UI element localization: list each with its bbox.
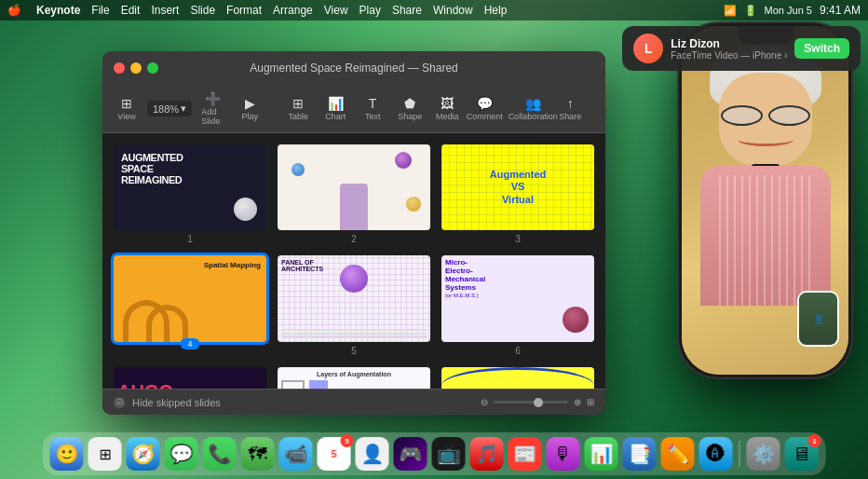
facetime-screen: 👤 9:41 — [682, 26, 848, 375]
dock-icon-tv[interactable]: 📺 — [432, 437, 466, 471]
toolbar-table-label: Table — [288, 112, 308, 121]
slide-1[interactable]: AUGMENTEDSPACEREIMAGINED — [114, 144, 266, 230]
toolbar-collaboration[interactable]: 👥 Collaboration — [516, 93, 549, 125]
text-icon: T — [369, 97, 377, 110]
share-icon: ↑ — [567, 97, 574, 110]
menubar-edit[interactable]: Edit — [121, 4, 141, 17]
messages-icon: 💬 — [170, 443, 193, 465]
toolbar-collaboration-label: Collaboration — [509, 112, 558, 121]
dock-icon-numbers[interactable]: 📊 — [585, 437, 618, 471]
toolbar-share[interactable]: ↑ Share — [553, 93, 587, 125]
dock-icon-music[interactable]: 🎵 — [470, 437, 504, 471]
toolbar-shape-label: Shape — [398, 112, 422, 121]
menubar-battery-icon: 🔋 — [744, 5, 757, 17]
slide-wrapper-6: Micro-Electro-MechanicalSystems(or M.E.M… — [441, 255, 594, 355]
dock-icon-podcasts[interactable]: 🎙 — [547, 437, 580, 471]
dock-icon-phone[interactable]: 📞 — [203, 437, 237, 471]
dock-icon-settings[interactable]: ⚙️ — [747, 437, 780, 471]
toolbar-view[interactable]: ⊞ View — [110, 93, 143, 125]
toolbar-format[interactable]: ✦ Format — [602, 93, 605, 125]
dock-icon-news[interactable]: 📰 — [509, 437, 542, 471]
menubar-view[interactable]: View — [324, 4, 348, 17]
menubar-insert[interactable]: Insert — [151, 4, 179, 17]
slides-area[interactable]: AUGMENTEDSPACEREIMAGINED 1 — [102, 133, 605, 415]
toolbar-comment[interactable]: 💬 Comment — [468, 93, 501, 125]
dock-icon-safari[interactable]: 🧭 — [127, 437, 160, 471]
hide-skipped-checkbox[interactable]: ☑ — [114, 397, 125, 408]
slide-6[interactable]: Micro-Electro-MechanicalSystems(or M.E.M… — [441, 255, 594, 341]
toolbar-chart[interactable]: 📊 Chart — [319, 93, 352, 125]
slide-5[interactable]: PANEL OFARCHITECTS — [278, 255, 430, 341]
toolbar-play[interactable]: ▶ Play — [233, 93, 266, 125]
apple-menu[interactable]: 🍎 — [7, 4, 21, 17]
dock-icon-messages[interactable]: 💬 — [165, 437, 198, 471]
toolbar-shape[interactable]: ⬟ Shape — [393, 93, 427, 125]
slide-6-ball — [563, 307, 589, 333]
slide-3[interactable]: AugmentedVSVirtual — [441, 144, 594, 230]
dock-icon-facetime[interactable]: 📹 — [279, 437, 313, 471]
menubar-help[interactable]: Help — [484, 4, 508, 17]
dock-icon-keynote[interactable]: 📑 — [623, 437, 657, 471]
slide-4[interactable]: Spatial Mapping — [114, 255, 266, 341]
slide-2-person — [340, 184, 368, 230]
fullscreen-button[interactable] — [147, 62, 158, 74]
slide-1-circle — [234, 198, 257, 221]
dock-icon-contacts[interactable]: 👤 — [356, 437, 389, 471]
zoom-slider-track[interactable] — [494, 401, 568, 404]
facetime-subtitle: FaceTime Video — iPhone › — [671, 50, 787, 61]
toolbar-table[interactable]: ⊞ Table — [281, 93, 315, 125]
slide-4-content: Spatial Mapping — [114, 255, 266, 341]
toolbar-add-slide[interactable]: ➕ Add Slide — [196, 89, 229, 130]
menubar-share[interactable]: Share — [392, 4, 422, 17]
toolbar-media[interactable]: 🖼 Media — [430, 93, 464, 125]
zoom-slider-thumb[interactable] — [534, 398, 543, 407]
shape-icon: ⬟ — [404, 97, 415, 110]
dock-icon-calendar[interactable]: 5 5 — [318, 437, 351, 471]
appstore-icon: 🅐 — [707, 444, 726, 465]
menubar-window[interactable]: Window — [433, 4, 473, 17]
slides-grid: AUGMENTEDSPACEREIMAGINED 1 — [114, 144, 594, 404]
toolbar-media-label: Media — [436, 112, 459, 121]
menubar-play[interactable]: Play — [359, 4, 381, 17]
table-icon: ⊞ — [292, 97, 304, 110]
menubar-arrange[interactable]: Arrange — [273, 4, 313, 17]
toolbar-text[interactable]: T Text — [356, 93, 389, 125]
facetime-switch-button[interactable]: Switch — [794, 38, 849, 59]
selfview-pip[interactable]: 👤 — [797, 291, 839, 347]
slide-1-text: AUGMENTEDSPACEREIMAGINED — [121, 152, 183, 185]
menubar-wifi-icon[interactable]: 📶 — [724, 5, 737, 17]
toolbar-add-slide-label: Add Slide — [201, 107, 224, 126]
minimize-button[interactable] — [130, 62, 142, 74]
menubar-format[interactable]: Format — [226, 4, 262, 17]
menubar-app-name[interactable]: Keynote — [36, 4, 80, 17]
grid-view-icon[interactable]: ⊞ — [587, 397, 594, 407]
toolbar-text-label: Text — [365, 112, 381, 121]
close-button[interactable] — [114, 62, 125, 74]
dock-icon-appstore[interactable]: 🅐 — [699, 437, 733, 471]
zoom-in-icon[interactable]: ⊕ — [574, 397, 581, 407]
comment-icon: 💬 — [477, 97, 493, 110]
zoom-out-icon[interactable]: ⊖ — [481, 397, 488, 407]
toolbar-chart-label: Chart — [325, 112, 346, 121]
dock-icon-maps[interactable]: 🗺 — [241, 437, 275, 471]
slide-4-title: Spatial Mapping — [204, 261, 261, 269]
toolbar-zoom[interactable]: 188% ▾ — [147, 101, 192, 116]
screen-recording-icon: 🖥 — [793, 444, 811, 465]
keynote-window: Augmented Space Reimagined — Shared ⊞ Vi… — [102, 51, 605, 415]
slide-2[interactable] — [278, 144, 430, 230]
face-glasses — [721, 105, 810, 126]
dock-icon-finder[interactable]: 🙂 — [50, 437, 84, 471]
menubar-file[interactable]: File — [91, 4, 109, 17]
phone-icon: 📞 — [208, 443, 231, 465]
dock-icon-arcade[interactable]: 🎮 — [394, 437, 427, 471]
menubar-slide[interactable]: Slide — [190, 4, 215, 17]
dock-icon-screen-recording[interactable]: 🖥 1 — [785, 437, 819, 471]
dock-icon-pages[interactable]: ✏️ — [661, 437, 695, 471]
slide-5-line-3 — [281, 336, 427, 338]
dock-icon-launchpad[interactable]: ⊞ — [88, 437, 122, 471]
media-icon: 🖼 — [441, 97, 454, 110]
safari-icon: 🧭 — [131, 443, 155, 465]
slide-2-num: 2 — [278, 234, 430, 244]
slide-3-num: 3 — [441, 234, 594, 244]
zoom-slider[interactable]: ⊖ ⊕ ⊞ — [481, 397, 594, 407]
